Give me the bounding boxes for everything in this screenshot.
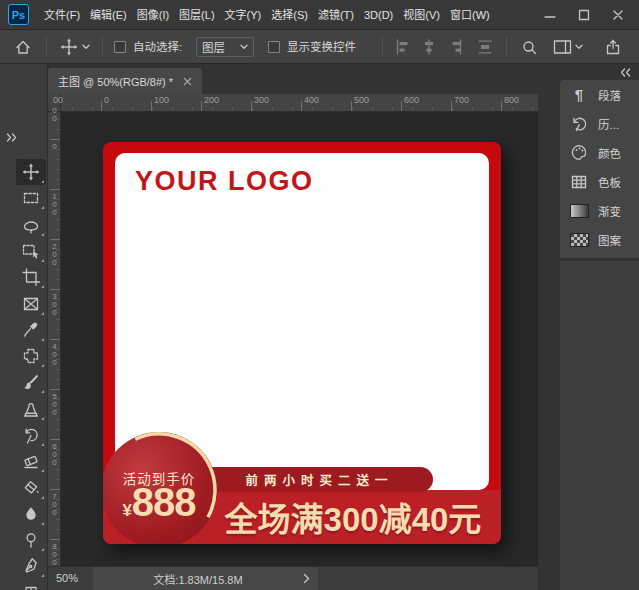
document-info-strip[interactable]: 文档:1.83M/15.8M xyxy=(93,567,318,590)
share-button[interactable] xyxy=(598,34,628,60)
panel-label: 颜色 xyxy=(598,145,621,161)
workspace-switcher-button[interactable] xyxy=(548,34,588,60)
zoom-level[interactable]: 50% xyxy=(56,567,78,590)
title-bar: Ps 文件(F) 编辑(E) 图像(I) 图层(L) 文字(Y) 选择(S) 滤… xyxy=(0,0,639,30)
menu-type[interactable]: 文字(Y) xyxy=(220,0,267,30)
h-ruler-label: 100 xyxy=(154,95,169,105)
tool-paint-bucket[interactable] xyxy=(16,475,46,501)
panel-pattern[interactable]: 图案 xyxy=(560,225,639,254)
currency-symbol: ¥ xyxy=(122,501,131,521)
h-ruler-label: 800 xyxy=(504,95,519,105)
tool-options-bar: 自动选择: 图层 显示变换控件 xyxy=(0,30,639,64)
menu-edit[interactable]: 编辑(E) xyxy=(85,0,132,30)
menu-file[interactable]: 文件(F) xyxy=(39,0,85,30)
panel-color[interactable]: 颜色 xyxy=(560,138,639,167)
align-left-icon xyxy=(394,38,412,56)
dropdown-value: 图层 xyxy=(202,39,225,55)
tool-move[interactable] xyxy=(16,159,46,185)
align-left-button[interactable] xyxy=(392,34,414,60)
distribute-button[interactable] xyxy=(474,34,496,60)
tools-panel xyxy=(0,64,48,590)
panel-gradient[interactable]: 渐变 xyxy=(560,196,639,225)
tool-brush[interactable] xyxy=(16,369,46,395)
move-icon xyxy=(60,38,78,56)
menu-layer[interactable]: 图层(L) xyxy=(174,0,219,30)
logo-text: YOUR LOGO xyxy=(135,166,314,197)
show-transform-controls-label: 显示变换控件 xyxy=(287,30,356,64)
artboard: YOUR LOGO 前两小时买二送一 全场满300减40元 活动到手价 ¥888 xyxy=(103,142,501,544)
swatches-icon xyxy=(569,172,589,192)
home-button[interactable] xyxy=(8,34,38,60)
menu-image[interactable]: 图像(I) xyxy=(132,0,174,30)
panel-label: 渐变 xyxy=(598,203,621,219)
tab-close-icon[interactable] xyxy=(183,77,192,86)
h-ruler-label: 700 xyxy=(454,95,469,105)
menu-filter[interactable]: 滤镜(T) xyxy=(313,0,359,30)
color-icon xyxy=(569,143,589,163)
history-icon xyxy=(569,114,589,134)
tool-clone-stamp[interactable] xyxy=(16,396,46,422)
tool-lasso[interactable] xyxy=(16,212,46,238)
align-center-icon xyxy=(420,38,438,56)
horizontal-ruler[interactable]: 00 0 100 200 300 400 500 600 700 800 xyxy=(61,94,538,112)
vertical-ruler[interactable]: 00 0 100 200 300 400 500 600 700 800 xyxy=(48,112,61,566)
dock-collapse-icon[interactable] xyxy=(619,68,631,77)
align-right-button[interactable] xyxy=(444,34,466,60)
v-ruler-label: 200 xyxy=(49,242,59,266)
panel-swatches[interactable]: 色板 xyxy=(560,167,639,196)
paragraph-icon: ¶ xyxy=(569,85,589,105)
canvas-area[interactable]: YOUR LOGO 前两小时买二送一 全场满300减40元 活动到手价 ¥888 xyxy=(61,112,538,566)
auto-select-target-dropdown[interactable]: 图层 xyxy=(196,37,254,57)
v-ruler-label: 0 xyxy=(49,142,59,150)
v-ruler-label: 00 xyxy=(49,106,59,122)
photoshop-window: Ps 文件(F) 编辑(E) 图像(I) 图层(L) 文字(Y) 选择(S) 滤… xyxy=(0,0,639,590)
maximize-button[interactable] xyxy=(567,0,601,30)
move-tool-preset-button[interactable] xyxy=(54,34,96,60)
toolbar-expand-icon[interactable] xyxy=(6,133,18,142)
search-button[interactable] xyxy=(516,34,542,60)
panel-history[interactable]: 历... xyxy=(560,109,639,138)
gradient-icon xyxy=(569,201,589,221)
tool-eraser[interactable] xyxy=(16,448,46,474)
h-ruler-label: 400 xyxy=(304,95,319,105)
menu-window[interactable]: 窗口(W) xyxy=(445,0,495,30)
document-tab[interactable]: 主图 @ 50%(RGB/8#) * xyxy=(48,68,202,94)
minimize-button[interactable] xyxy=(533,0,567,30)
document-tab-bar: 主图 @ 50%(RGB/8#) * xyxy=(48,64,538,94)
chevron-down-icon xyxy=(82,44,90,50)
separator xyxy=(382,37,383,57)
tool-blur[interactable] xyxy=(16,501,46,527)
menu-select[interactable]: 选择(S) xyxy=(266,0,313,30)
tool-pen[interactable] xyxy=(16,553,46,579)
show-transform-controls-checkbox[interactable] xyxy=(268,41,280,53)
panel-label: 段落 xyxy=(598,87,621,103)
distribute-icon xyxy=(476,38,494,56)
tool-history-brush[interactable] xyxy=(16,422,46,448)
tool-spot-healing[interactable] xyxy=(16,343,46,369)
collapsed-panels: ¶ 段落 历... 颜色 色板 渐变 图案 xyxy=(560,80,639,258)
align-right-icon xyxy=(446,38,464,56)
auto-select-checkbox[interactable] xyxy=(114,41,126,53)
menu-view[interactable]: 视图(V) xyxy=(398,0,445,30)
tool-crop[interactable] xyxy=(16,264,46,290)
separator xyxy=(506,37,507,57)
h-ruler-label: 500 xyxy=(354,95,369,105)
chevron-right-icon[interactable] xyxy=(303,573,310,584)
panel-paragraph[interactable]: ¶ 段落 xyxy=(560,80,639,109)
tool-rectangular-marquee[interactable] xyxy=(16,185,46,211)
tool-type[interactable] xyxy=(16,580,46,590)
tool-eyedropper[interactable] xyxy=(16,317,46,343)
menu-3d[interactable]: 3D(D) xyxy=(359,0,398,30)
document-info: 文档:1.83M/15.8M xyxy=(93,571,303,587)
document-tab-title: 主图 @ 50%(RGB/8#) * xyxy=(58,73,173,89)
share-icon xyxy=(604,38,622,56)
tool-frame[interactable] xyxy=(16,291,46,317)
h-ruler-label: 200 xyxy=(204,95,219,105)
tool-object-selection[interactable] xyxy=(16,238,46,264)
h-ruler-label: 300 xyxy=(254,95,269,105)
close-button[interactable] xyxy=(601,0,635,30)
v-ruler-label: 500 xyxy=(49,392,59,416)
photoshop-app-icon: Ps xyxy=(8,4,29,25)
align-center-button[interactable] xyxy=(418,34,440,60)
tool-dodge[interactable] xyxy=(16,527,46,553)
